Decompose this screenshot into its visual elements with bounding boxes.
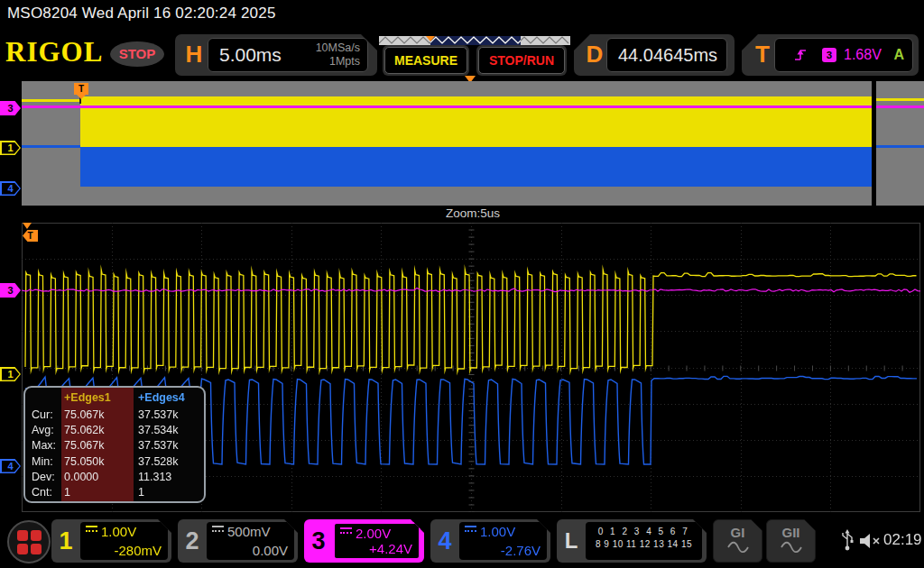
- delay-box[interactable]: 44.04645ms: [606, 38, 727, 72]
- main-channel3-marker[interactable]: 3: [0, 283, 21, 298]
- stat-value: 75.067k: [61, 408, 134, 423]
- ch3-overview-line: [22, 105, 924, 108]
- channel4-number: 4: [430, 519, 459, 563]
- usb-icon: [840, 528, 855, 552]
- measurement-col1-header: +Edges1: [61, 390, 134, 406]
- main-menu-button[interactable]: [7, 520, 51, 563]
- main-channel4-marker[interactable]: 4: [0, 459, 21, 473]
- strip-channel4-marker[interactable]: 4: [0, 181, 21, 196]
- stoprun-button-shell: STOP/RUN: [476, 45, 567, 76]
- stat-label: Max:: [32, 438, 56, 453]
- trigger-level-value: 1.68V: [844, 47, 882, 63]
- measurement-col2-header: +Edges4: [135, 390, 203, 406]
- channel3-offset: +4.24V: [369, 541, 412, 556]
- channel1-offset: -280mV: [114, 543, 162, 558]
- ch4-pre-line: [22, 145, 80, 148]
- ch1-pre-line: [22, 99, 80, 102]
- t-label: T: [751, 41, 774, 69]
- measure-button-shell: MEASURE: [383, 45, 469, 76]
- run-state-badge[interactable]: STOP: [110, 41, 164, 67]
- measurement-statistics-panel: +Edges1 +Edges4 Cur: 75.067k 37.537k Avg…: [23, 386, 206, 503]
- stat-label: Cnt:: [32, 485, 52, 500]
- trigger-box[interactable]: 3 1.68V A: [774, 38, 913, 72]
- main-trigger-position-icon[interactable]: [23, 223, 32, 229]
- trigger-mode-auto: A: [893, 47, 904, 63]
- menu-grid-icon: [17, 530, 42, 554]
- channel1-box[interactable]: 1 1.00V -280mV: [51, 519, 171, 563]
- speaker-muted-icon: [858, 532, 882, 550]
- dc-coupling-icon: [340, 527, 352, 537]
- ch4-post-line: [876, 145, 924, 148]
- zoom-window-indicator[interactable]: [872, 81, 876, 206]
- delay-block[interactable]: D 44.04645ms: [574, 34, 735, 76]
- channel4-offset: -2.76V: [501, 543, 541, 558]
- stat-value: 75.062k: [61, 423, 134, 438]
- channel1-scale: 1.00V: [101, 524, 136, 539]
- rigol-logo: RIGOL: [5, 36, 103, 69]
- stat-label: Dev:: [32, 470, 55, 485]
- timebase-box[interactable]: 5.00ms 10MSa/s 1Mpts: [208, 38, 368, 72]
- memory-depth: 1Mpts: [329, 55, 360, 68]
- zoom-scale-label: Zoom:5us: [22, 206, 924, 220]
- waveform-overview-strip[interactable]: T: [22, 81, 924, 206]
- ch1-overview-band: [80, 96, 873, 147]
- oscilloscope-screen: MSO8204 Wed April 16 02:20:24 2025 RIGOL…: [0, 0, 924, 568]
- strip-trigger-flag[interactable]: T: [74, 83, 88, 95]
- sine-wave-icon: [780, 541, 803, 553]
- channel1-number: 1: [51, 519, 80, 563]
- stat-label: Min:: [32, 454, 53, 470]
- window-title: MSO8204 Wed April 16 02:20:24 2025: [7, 5, 276, 23]
- channel4-scale: 1.00V: [480, 524, 515, 539]
- channel3-scale: 2.00V: [356, 526, 391, 541]
- strip-channel3-marker[interactable]: 3: [0, 101, 21, 115]
- logic-channels-row2: 8 9 10 11 12 13 14 15: [586, 539, 702, 549]
- dc-coupling-icon: [465, 526, 476, 536]
- logic-label: L: [557, 519, 586, 563]
- stat-value: 37.528k: [135, 454, 203, 470]
- memory-position-bar[interactable]: [379, 33, 570, 46]
- channel2-offset: 0.00V: [253, 543, 288, 558]
- delay-value: 44.04645ms: [618, 39, 717, 71]
- sample-rate: 10MSa/s: [316, 41, 360, 54]
- stat-value: 75.050k: [61, 454, 134, 470]
- channel2-scale: 500mV: [227, 524, 271, 539]
- stat-value: 75.067k: [61, 438, 134, 453]
- stop-run-button[interactable]: STOP/RUN: [478, 47, 565, 74]
- stat-value: 37.537k: [135, 438, 203, 453]
- stat-label: Avg:: [32, 423, 54, 438]
- stat-label: Cur:: [32, 408, 53, 423]
- logic-channels-row1: 0 1 2 3 4 5 6 7: [586, 527, 702, 536]
- channel3-number: 3: [304, 519, 333, 563]
- main-channel1-marker[interactable]: 1: [0, 367, 21, 381]
- horizontal-timebase-block[interactable]: H 5.00ms 10MSa/s 1Mpts: [175, 34, 377, 76]
- rising-edge-trigger-icon: [793, 47, 808, 63]
- channel2-box[interactable]: 2 500mV 0.00V: [178, 519, 298, 563]
- logic-analyzer-box[interactable]: L 0 1 2 3 4 5 6 7 8 9 10 11 12 13 14 15: [557, 519, 707, 563]
- status-clock: 02:19: [883, 531, 922, 549]
- strip-channel1-marker[interactable]: 1: [0, 141, 21, 155]
- trigger-source-badge: 3: [822, 48, 836, 62]
- trigger-block[interactable]: T 3 1.68V A: [742, 34, 919, 76]
- ch1-post-line: [876, 98, 924, 101]
- timebase-value: 5.00ms: [219, 39, 282, 71]
- generator2-label: GII: [781, 525, 799, 540]
- generator2-button[interactable]: GII: [766, 519, 816, 563]
- stat-value: 0.0000: [61, 470, 134, 485]
- h-label: H: [182, 41, 206, 69]
- stat-value: 1: [61, 485, 134, 500]
- stat-value: 11.313: [135, 470, 203, 485]
- measure-button[interactable]: MEASURE: [384, 47, 467, 74]
- dc-coupling-icon: [86, 526, 97, 536]
- stat-value: 1: [135, 485, 203, 500]
- channel2-number: 2: [178, 519, 207, 563]
- stat-value: 37.534k: [135, 423, 203, 438]
- channel3-box[interactable]: 3 2.00V +4.24V: [304, 519, 424, 563]
- channel4-box[interactable]: 4 1.00V -2.76V: [430, 519, 550, 563]
- stat-value: 37.537k: [135, 408, 203, 423]
- ch4-overview-band: [80, 147, 873, 187]
- d-label: D: [583, 41, 606, 69]
- generator1-label: GI: [731, 525, 745, 540]
- dc-coupling-icon: [212, 526, 224, 536]
- generator1-button[interactable]: GI: [713, 519, 762, 563]
- sine-wave-icon: [726, 541, 750, 553]
